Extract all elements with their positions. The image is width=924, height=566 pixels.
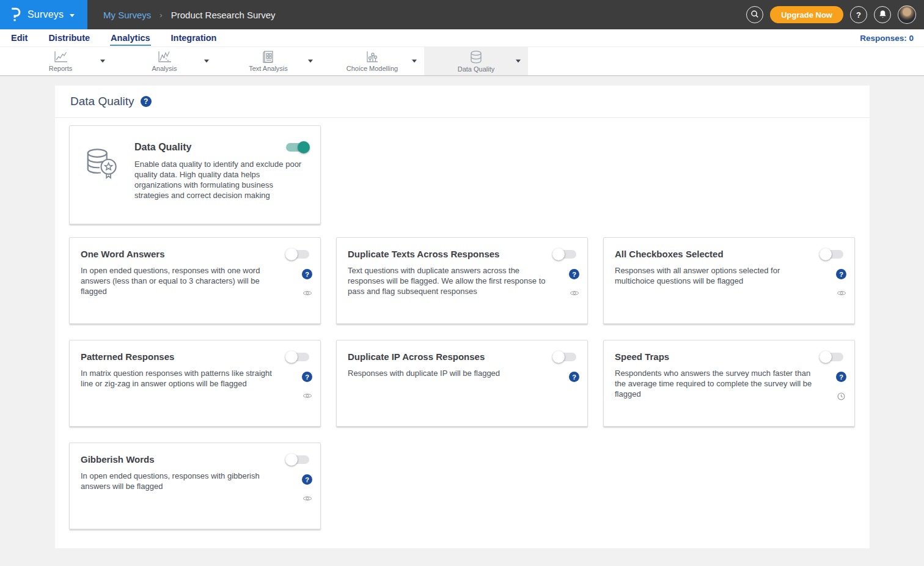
notifications-button[interactable] bbox=[874, 6, 891, 23]
database-badge-icon bbox=[84, 142, 134, 224]
help-icon[interactable]: ? bbox=[302, 269, 312, 279]
topbar-actions: Upgrade Now ? bbox=[746, 6, 924, 24]
breadcrumb-my-surveys[interactable]: My Surveys bbox=[103, 10, 151, 20]
reports-dropdown-caret-icon[interactable] bbox=[100, 60, 105, 63]
card-title: Speed Traps bbox=[615, 351, 669, 362]
toggle-knob[interactable] bbox=[552, 351, 565, 363]
help-button[interactable]: ? bbox=[850, 6, 867, 23]
toolbar-label: Reports bbox=[49, 65, 73, 72]
eye-icon[interactable] bbox=[302, 392, 312, 399]
toggle-knob[interactable] bbox=[820, 248, 832, 260]
analytics-toolbar: Reports Analysis Text Analysis Choice Mo… bbox=[0, 47, 924, 76]
help-icon[interactable]: ? bbox=[836, 269, 846, 279]
help-icon[interactable]: ? bbox=[302, 474, 312, 485]
tab-distribute[interactable]: Distribute bbox=[48, 31, 90, 46]
survey-tabs: Edit Distribute Analytics Integration bbox=[10, 31, 217, 46]
card-action-icons: ? bbox=[302, 372, 312, 399]
product-switcher[interactable]: Surveys bbox=[0, 0, 87, 29]
toolbar-item-choice-modelling[interactable]: Choice Modelling bbox=[320, 47, 424, 75]
card-action-icons: ? bbox=[836, 372, 846, 400]
card-title: Duplicate Texts Across Responses bbox=[348, 249, 499, 259]
search-icon bbox=[750, 10, 759, 20]
help-icon[interactable]: ? bbox=[569, 372, 579, 382]
search-button[interactable] bbox=[746, 6, 763, 23]
breadcrumb-current-survey: Product Research Survey bbox=[171, 10, 276, 20]
card-action-icons: ? bbox=[569, 372, 579, 382]
help-icon[interactable]: ? bbox=[836, 372, 846, 382]
trend-chart-icon bbox=[156, 50, 172, 64]
card-title: Duplicate IP Across Responses bbox=[348, 351, 485, 362]
user-avatar[interactable] bbox=[898, 6, 916, 24]
cards-container: Data Quality Enable data quality to iden… bbox=[55, 118, 870, 529]
choice-modelling-dropdown-caret-icon[interactable] bbox=[412, 60, 417, 63]
rule-toggle[interactable] bbox=[820, 353, 843, 361]
eye-icon[interactable] bbox=[302, 290, 312, 296]
toggle-knob[interactable] bbox=[298, 141, 310, 153]
rule-card: Speed TrapsRespondents who answers the s… bbox=[603, 340, 855, 427]
tab-integration[interactable]: Integration bbox=[170, 31, 218, 46]
dot-chart-icon bbox=[364, 50, 380, 64]
toggle-knob[interactable] bbox=[285, 351, 298, 363]
card-title: Data Quality bbox=[134, 142, 191, 153]
database-icon bbox=[469, 50, 483, 64]
rule-toggle[interactable] bbox=[286, 455, 309, 464]
text-analysis-dropdown-caret-icon[interactable] bbox=[308, 60, 313, 63]
top-bar: Surveys My Surveys › Product Research Su… bbox=[0, 0, 924, 29]
rule-toggle[interactable] bbox=[553, 250, 576, 259]
rule-toggle[interactable] bbox=[286, 250, 309, 259]
eye-icon[interactable] bbox=[302, 495, 312, 502]
panel-header: Data Quality ? bbox=[55, 86, 870, 118]
card-title: All Checkboxes Selected bbox=[615, 249, 724, 259]
card-description: In matrix question responses with patter… bbox=[81, 368, 309, 389]
analysis-dropdown-caret-icon[interactable] bbox=[204, 60, 209, 63]
breadcrumb-separator-icon: › bbox=[160, 10, 162, 20]
toggle-knob[interactable] bbox=[820, 351, 832, 363]
data-quality-toggle[interactable] bbox=[286, 143, 309, 152]
bell-icon bbox=[879, 10, 887, 20]
card-description: Responses with duplicate IP will be flag… bbox=[348, 368, 576, 378]
rule-card: Gibberish WordsIn open ended questions, … bbox=[69, 443, 321, 529]
card-title: Gibberish Words bbox=[81, 454, 155, 465]
toolbar-item-reports[interactable]: Reports bbox=[9, 47, 112, 75]
rule-card: Duplicate Texts Across ResponsesText que… bbox=[336, 237, 588, 324]
card-action-icons: ? bbox=[569, 269, 579, 296]
clock-icon[interactable] bbox=[837, 392, 845, 400]
card-action-icons: ? bbox=[302, 474, 312, 502]
toolbar-label: Text Analysis bbox=[249, 65, 288, 72]
question-mark-icon: ? bbox=[856, 10, 861, 20]
rule-card: One Word AnswersIn open ended questions,… bbox=[69, 237, 321, 324]
toolbar-item-text-analysis[interactable]: Text Analysis bbox=[216, 47, 320, 75]
card-description: Respondents who answers the survey much … bbox=[615, 368, 843, 399]
line-chart-icon bbox=[53, 50, 68, 64]
tab-analytics[interactable]: Analytics bbox=[110, 31, 150, 46]
help-icon[interactable]: ? bbox=[569, 269, 579, 279]
data-quality-help-icon[interactable]: ? bbox=[141, 96, 152, 107]
chevron-down-icon bbox=[70, 14, 75, 17]
rule-cards-grid: One Word AnswersIn open ended questions,… bbox=[69, 237, 855, 529]
toolbar-item-analysis[interactable]: Analysis bbox=[112, 47, 216, 75]
toggle-knob[interactable] bbox=[285, 454, 298, 466]
data-quality-panel: Data Quality ? bbox=[55, 86, 870, 548]
breadcrumb: My Surveys › Product Research Survey bbox=[103, 10, 276, 20]
toolbar-item-data-quality[interactable]: Data Quality bbox=[424, 47, 528, 75]
responses-count[interactable]: Responses: 0 bbox=[860, 34, 914, 43]
rule-toggle[interactable] bbox=[820, 250, 843, 259]
help-icon[interactable]: ? bbox=[302, 372, 312, 382]
toggle-knob[interactable] bbox=[552, 248, 565, 260]
document-grid-icon bbox=[261, 50, 276, 64]
eye-icon[interactable] bbox=[837, 290, 846, 296]
card-description: In open ended questions, responses with … bbox=[81, 265, 309, 296]
toolbar-label: Analysis bbox=[152, 65, 177, 72]
card-description: Responses with all answer options select… bbox=[615, 265, 843, 286]
data-quality-dropdown-caret-icon[interactable] bbox=[516, 60, 521, 63]
rule-toggle[interactable] bbox=[286, 353, 309, 361]
tab-edit[interactable]: Edit bbox=[10, 31, 28, 46]
rule-card: All Checkboxes SelectedResponses with al… bbox=[603, 237, 855, 324]
card-title: One Word Answers bbox=[81, 249, 165, 259]
rule-card: Duplicate IP Across ResponsesResponses w… bbox=[336, 340, 588, 427]
toggle-knob[interactable] bbox=[285, 248, 298, 260]
eye-icon[interactable] bbox=[570, 290, 579, 296]
survey-tabs-row: Edit Distribute Analytics Integration Re… bbox=[0, 29, 924, 47]
upgrade-now-button[interactable]: Upgrade Now bbox=[770, 6, 843, 23]
rule-toggle[interactable] bbox=[553, 353, 576, 361]
